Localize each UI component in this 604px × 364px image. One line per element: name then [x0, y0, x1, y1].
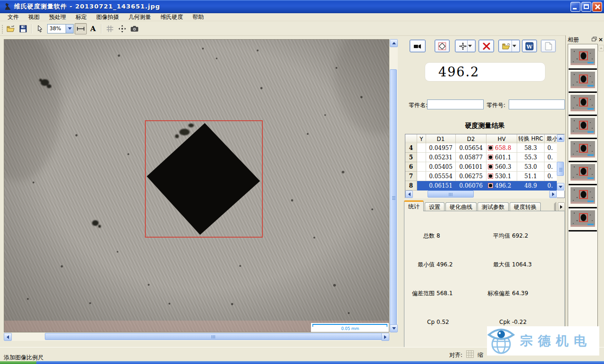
part-name-input[interactable]: [427, 99, 484, 109]
tab-statistics[interactable]: 统计: [404, 200, 424, 211]
stat-stdev-value: 64.39: [512, 289, 554, 298]
close-button[interactable]: [592, 2, 602, 12]
measure-tool-button[interactable]: [75, 23, 87, 34]
tab-scroll-left-button[interactable]: [554, 204, 556, 210]
album-scroll-up-button[interactable]: [598, 45, 604, 51]
table-vscrollbar[interactable]: [557, 134, 565, 190]
col-min[interactable]: 最小: [545, 134, 557, 143]
album-thumbnail[interactable]: [570, 95, 595, 113]
tab-hardness-convert[interactable]: 硬度转换: [510, 202, 541, 211]
scroll-left-button[interactable]: [4, 333, 12, 341]
window-title: 维氏硬度测量软件 - 20130721_143651.jpg: [14, 2, 160, 11]
tab-hardening-curve[interactable]: 硬化曲线: [445, 202, 477, 211]
taskbar-strip[interactable]: [0, 361, 604, 364]
table-row[interactable]: 50.052310.05877601.155.30.: [405, 153, 564, 162]
scroll-up-button[interactable]: [557, 134, 564, 142]
align-grid-icon[interactable]: [466, 350, 474, 358]
zoom-combobox[interactable]: 38%: [47, 24, 74, 33]
center-crosshair-icon: [118, 25, 126, 33]
micrograph-viewer[interactable]: 0.05 mm: [4, 39, 389, 332]
micrograph-image: 0.05 mm: [4, 40, 389, 332]
start-button-edge[interactable]: [0, 361, 36, 364]
album-thumbnail[interactable]: [570, 118, 595, 136]
center-target-button[interactable]: [116, 23, 128, 34]
watermark-text: 宗德机电: [520, 332, 592, 349]
col-hv[interactable]: HV: [487, 134, 517, 143]
tab-settings[interactable]: 设置: [425, 202, 445, 211]
thumbnail-separator: [569, 161, 597, 162]
open-file-button[interactable]: [5, 23, 17, 34]
menu-file[interactable]: 文件: [3, 13, 24, 22]
menu-help[interactable]: 帮助: [188, 13, 209, 22]
table-row[interactable]: 80.061510.06076496.248.90.: [405, 181, 564, 190]
app-window: 维氏硬度测量软件 - 20130721_143651.jpg 文件 视图 预处理…: [0, 0, 604, 364]
move-dropdown[interactable]: [467, 40, 472, 52]
scroll-right-button[interactable]: [381, 333, 389, 341]
indent-mark-icon: [488, 174, 493, 179]
indent-measure-button[interactable]: [435, 40, 450, 52]
album-list: [568, 44, 598, 359]
camcorder-icon: [413, 43, 422, 50]
select-cursor-button[interactable]: [34, 23, 46, 34]
arrow-left-icon: [408, 192, 411, 196]
svg-text:W: W: [526, 43, 533, 50]
indent-mark-icon: [488, 164, 493, 169]
menu-preprocess[interactable]: 预处理: [44, 13, 71, 22]
menu-image-capture[interactable]: 图像拍摄: [92, 13, 124, 22]
capture-button[interactable]: [128, 23, 141, 34]
album-close-button[interactable]: ×: [598, 37, 603, 42]
save-button[interactable]: [17, 23, 29, 34]
album-thumbnail[interactable]: [570, 141, 595, 159]
table-row[interactable]: 40.049570.05654658.858.30.: [405, 143, 564, 153]
menu-vickers[interactable]: 维氏硬度: [156, 13, 188, 22]
delete-result-button[interactable]: [478, 40, 494, 52]
grid-button[interactable]: [104, 23, 116, 34]
table-hscrollbar[interactable]: [405, 190, 557, 199]
report-dropdown[interactable]: [512, 40, 517, 52]
stat-max-value: 1064.3: [512, 260, 554, 269]
menu-calibration[interactable]: 标定: [71, 13, 92, 22]
album-float-button[interactable]: [592, 36, 597, 43]
tab-test-params[interactable]: 测试参数: [478, 202, 509, 211]
minimize-button[interactable]: [570, 2, 580, 12]
zoom-dropdown-button[interactable]: [66, 25, 73, 33]
col-rownum[interactable]: [405, 134, 417, 143]
table-row[interactable]: 70.055540.06275530.151.10.: [405, 172, 564, 181]
scroll-up-button[interactable]: [390, 39, 398, 47]
move-point-button[interactable]: [455, 40, 476, 52]
export-word-button[interactable]: W: [522, 40, 537, 52]
album-thumbnail[interactable]: [570, 72, 595, 90]
scroll-down-button[interactable]: [390, 324, 398, 332]
menu-geometry[interactable]: 几何测量: [124, 13, 156, 22]
viewer-vscrollbar[interactable]: [390, 39, 398, 332]
table-row[interactable]: 60.054050.06101560.353.00.: [405, 162, 564, 172]
maximize-button[interactable]: [581, 2, 591, 12]
scroll-left-button[interactable]: [405, 190, 413, 198]
col-y[interactable]: Y: [417, 134, 426, 143]
col-d1[interactable]: D1: [426, 134, 456, 143]
album-thumbnail[interactable]: [570, 187, 595, 205]
new-document-button[interactable]: [541, 40, 556, 52]
album-thumbnail[interactable]: [570, 210, 595, 228]
table-hscroll-thumb[interactable]: [428, 190, 474, 198]
status-message: 添加图像比例尺: [4, 354, 43, 362]
vscroll-thumb[interactable]: [390, 69, 397, 326]
table-vscroll-thumb[interactable]: [557, 162, 564, 176]
stat-cp-label: Cp: [405, 319, 435, 325]
scroll-down-button[interactable]: [557, 183, 564, 190]
col-hrc[interactable]: 转换 HRC: [517, 134, 545, 143]
album-thumbnail[interactable]: [570, 164, 595, 182]
align-label: 对齐:: [449, 351, 462, 359]
open-report-button[interactable]: [498, 40, 520, 52]
cursor-icon: [37, 25, 43, 33]
hscroll-thumb[interactable]: [45, 333, 382, 340]
col-d2[interactable]: D2: [456, 134, 487, 143]
menu-view[interactable]: 视图: [24, 13, 44, 22]
text-annotation-button[interactable]: A: [87, 23, 99, 34]
part-number-input[interactable]: [509, 99, 565, 109]
tab-scroll-right-button[interactable]: [558, 202, 565, 211]
viewer-hscrollbar[interactable]: [4, 333, 389, 341]
scroll-right-button[interactable]: [549, 190, 557, 198]
album-thumbnail[interactable]: [570, 49, 595, 66]
capture-video-button[interactable]: [410, 40, 426, 52]
